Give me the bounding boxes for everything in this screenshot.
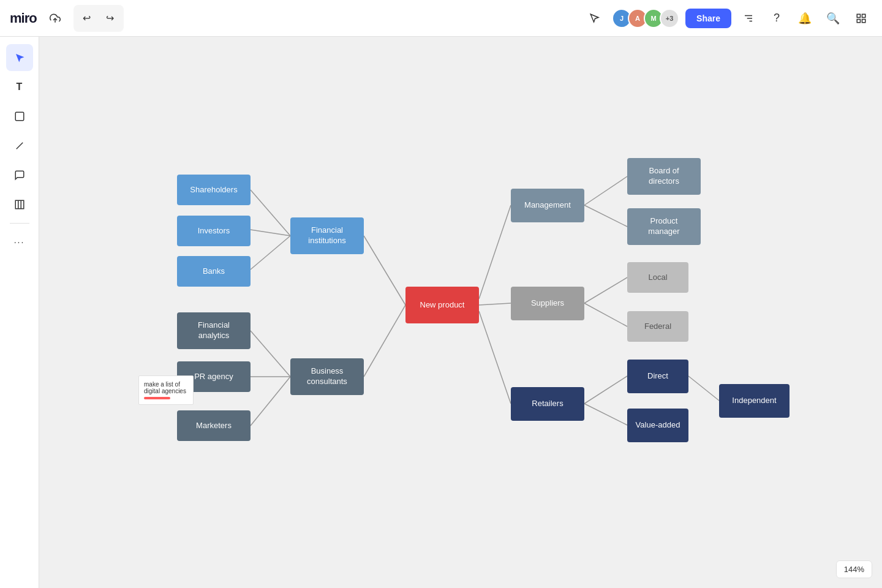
- node-marketers[interactable]: Marketers: [177, 410, 251, 441]
- canvas: New product Financial institutions Share…: [39, 37, 882, 588]
- sidebar-divider: [10, 223, 29, 224]
- svg-line-9: [16, 143, 23, 149]
- node-banks[interactable]: Banks: [177, 256, 251, 287]
- sticky-note[interactable]: make a list of digital agencies: [138, 375, 194, 405]
- node-business-consultants[interactable]: Business consultants: [290, 358, 364, 395]
- node-product-manager[interactable]: Product manager: [627, 208, 701, 245]
- svg-line-26: [584, 303, 627, 326]
- node-management[interactable]: Management: [511, 189, 584, 222]
- svg-line-13: [364, 236, 405, 305]
- zoom-indicator: 144%: [836, 560, 872, 578]
- sticky-highlight: [144, 397, 170, 399]
- node-suppliers[interactable]: Suppliers: [511, 287, 584, 320]
- svg-rect-10: [15, 200, 24, 209]
- cursor-icon[interactable]: [584, 7, 606, 29]
- settings-icon[interactable]: [737, 7, 760, 29]
- svg-line-27: [479, 311, 511, 404]
- node-local[interactable]: Local: [627, 262, 688, 293]
- text-tool[interactable]: T: [6, 74, 33, 100]
- avatars-group: J A M +3: [612, 9, 679, 28]
- redo-button[interactable]: ↪: [99, 7, 121, 29]
- node-shareholders[interactable]: Shareholders: [177, 175, 251, 205]
- sidebar: T ···: [0, 37, 39, 588]
- help-icon[interactable]: ?: [766, 7, 788, 29]
- undo-button[interactable]: ↩: [76, 7, 98, 29]
- avatar-count: +3: [660, 9, 679, 28]
- svg-rect-4: [857, 14, 860, 17]
- node-federal[interactable]: Federal: [627, 311, 688, 342]
- svg-line-29: [584, 404, 627, 425]
- svg-line-15: [251, 230, 290, 236]
- svg-line-28: [584, 376, 627, 404]
- node-board-of-directors[interactable]: Board of directors: [627, 158, 701, 195]
- more-tools[interactable]: ···: [6, 228, 33, 255]
- svg-line-24: [479, 303, 511, 305]
- node-value-added[interactable]: Value-added: [627, 409, 688, 442]
- svg-line-23: [584, 205, 627, 227]
- svg-line-30: [688, 376, 719, 401]
- svg-rect-8: [15, 112, 24, 121]
- svg-line-16: [251, 236, 290, 270]
- svg-line-14: [251, 190, 290, 236]
- svg-line-21: [479, 205, 511, 299]
- svg-rect-6: [857, 19, 860, 22]
- sticky-tool[interactable]: [6, 103, 33, 130]
- svg-line-22: [584, 176, 627, 205]
- node-new-product[interactable]: New product: [405, 287, 479, 323]
- search-icon[interactable]: 🔍: [822, 7, 844, 29]
- node-retailers[interactable]: Retailers: [511, 387, 584, 421]
- svg-line-20: [251, 377, 290, 426]
- header-left: miro ↩ ↪: [10, 5, 124, 32]
- mindmap: New product Financial institutions Share…: [39, 37, 882, 588]
- node-investors[interactable]: Investors: [177, 216, 251, 246]
- logo: miro: [10, 10, 37, 26]
- line-tool[interactable]: [6, 132, 33, 159]
- notifications-icon[interactable]: 🔔: [794, 7, 816, 29]
- svg-rect-5: [862, 14, 865, 17]
- svg-line-18: [251, 331, 290, 377]
- upload-button[interactable]: [44, 7, 66, 29]
- header-right: J A M +3 Share ? 🔔 🔍: [584, 7, 872, 29]
- board-icon[interactable]: [850, 7, 872, 29]
- share-button[interactable]: Share: [685, 9, 731, 28]
- header: miro ↩ ↪ J A M +3 Share ? 🔔 🔍: [0, 0, 882, 37]
- svg-rect-7: [862, 19, 865, 22]
- node-independent[interactable]: Independent: [719, 384, 790, 418]
- node-financial-institutions[interactable]: Financial institutions: [290, 217, 364, 254]
- frame-tool[interactable]: [6, 191, 33, 218]
- svg-line-25: [584, 277, 627, 303]
- node-direct[interactable]: Direct: [627, 360, 688, 393]
- select-tool[interactable]: [6, 44, 33, 71]
- undo-redo-group: ↩ ↪: [74, 5, 124, 32]
- node-financial-analytics[interactable]: Financial analytics: [177, 312, 251, 349]
- svg-line-17: [364, 305, 405, 377]
- comment-tool[interactable]: [6, 162, 33, 189]
